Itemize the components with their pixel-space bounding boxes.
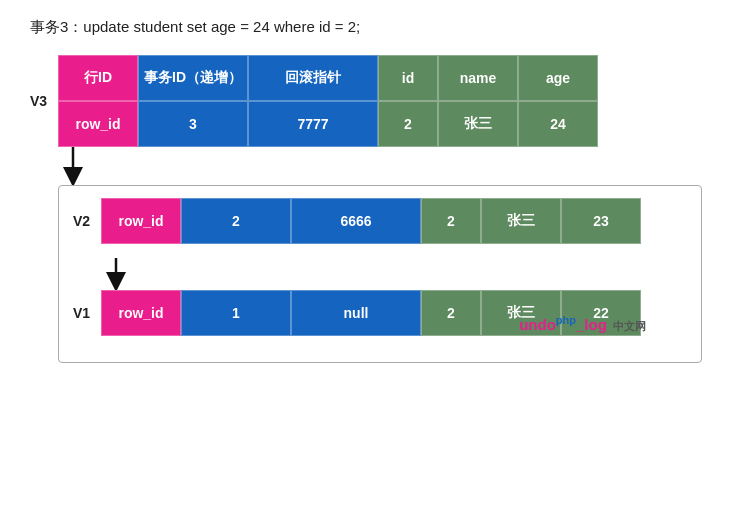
title: 事务3：update student set age = 24 where id… xyxy=(30,18,702,37)
header-txid: 事务ID（递增） xyxy=(138,55,248,101)
v2-id: 2 xyxy=(421,198,481,244)
v3-id: 2 xyxy=(378,101,438,147)
arrow-down-icon-2 xyxy=(101,258,131,290)
v3-table: 行ID 事务ID（递增） 回滚指针 id name age row_id 3 7… xyxy=(58,55,702,147)
v2-data-row: row_id 2 6666 2 张三 23 xyxy=(101,198,641,244)
cn-suffix: 中文网 xyxy=(613,320,646,332)
header-name: name xyxy=(438,55,518,101)
arrow-v2-v1 xyxy=(101,258,687,290)
v3-txid: 3 xyxy=(138,101,248,147)
v2-label: V2 xyxy=(73,213,101,229)
v3-name: 张三 xyxy=(438,101,518,147)
v2-age: 23 xyxy=(561,198,641,244)
header-row: 行ID 事务ID（递增） 回滚指针 id name age xyxy=(58,55,702,101)
v3-age: 24 xyxy=(518,101,598,147)
v3-rowid: row_id xyxy=(58,101,138,147)
main-container: 事务3：update student set age = 24 where id… xyxy=(0,0,732,381)
header-age: age xyxy=(518,55,598,101)
v3-data-row: row_id 3 7777 2 张三 24 xyxy=(58,101,702,147)
v1-txid: 1 xyxy=(181,290,291,336)
v2-rowid: row_id xyxy=(101,198,181,244)
arrow-down-icon xyxy=(58,147,88,185)
php-text: php xyxy=(556,314,576,326)
v2-name: 张三 xyxy=(481,198,561,244)
undo-log-label: undophp_log 中文网 xyxy=(519,314,646,334)
arrow-v3-v2 xyxy=(58,147,702,185)
v1-rowid: row_id xyxy=(101,290,181,336)
undo-text: undo xyxy=(519,316,556,333)
v3-section: V3 行ID 事务ID（递增） 回滚指针 id name age row_id … xyxy=(30,55,702,147)
v2-wrapper: V2 row_id 2 6666 2 张三 23 xyxy=(73,198,687,244)
undo-log-box: V2 row_id 2 6666 2 张三 23 xyxy=(58,185,702,363)
v2-txid: 2 xyxy=(181,198,291,244)
v3-label: V3 xyxy=(30,93,58,109)
v2-rollptr: 6666 xyxy=(291,198,421,244)
header-rollptr: 回滚指针 xyxy=(248,55,378,101)
header-id: id xyxy=(378,55,438,101)
header-rowid: 行ID xyxy=(58,55,138,101)
log-text: _log xyxy=(576,316,607,333)
v1-rollptr: null xyxy=(291,290,421,336)
v1-label: V1 xyxy=(73,305,101,321)
v1-id: 2 xyxy=(421,290,481,336)
v3-rollptr: 7777 xyxy=(248,101,378,147)
